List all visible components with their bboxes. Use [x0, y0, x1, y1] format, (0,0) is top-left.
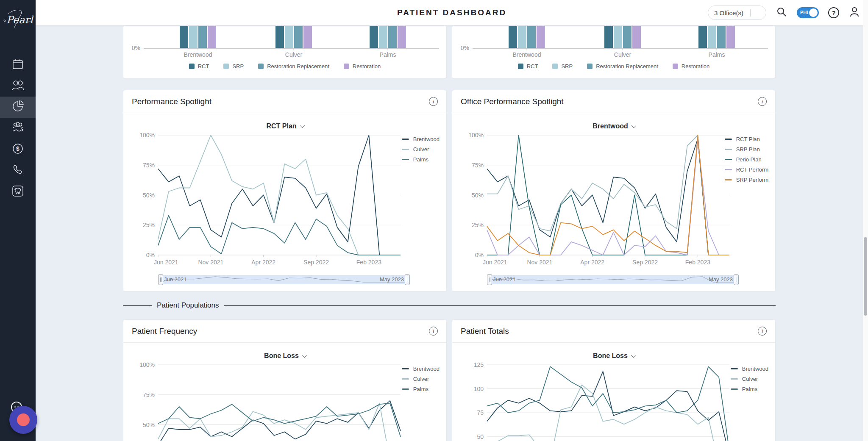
legend-label: Brentwood: [742, 366, 768, 372]
office-selector[interactable]: 3 Office(s): [708, 6, 766, 20]
legend-item[interactable]: Culver: [731, 376, 768, 382]
sidebar-item-analytics[interactable]: [0, 97, 36, 118]
svg-text:Sep 2022: Sep 2022: [632, 259, 658, 266]
sidebar-item-dental[interactable]: [0, 181, 36, 202]
legend-dash: [402, 149, 409, 150]
legend-dash: [402, 159, 409, 160]
phi-toggle-knob: [809, 8, 818, 17]
legend-item[interactable]: Palms: [731, 386, 768, 392]
office-selector-value: 3 Office(s): [714, 9, 751, 17]
chart-selector-dropdown[interactable]: Bone Loss: [452, 352, 775, 360]
card-performance-spotlight: Performance Spotlight i RCT Plan 100%75%…: [123, 90, 447, 291]
chart-selector-dropdown[interactable]: Bone Loss: [123, 352, 446, 360]
legend-label: SRP Perform: [736, 177, 768, 183]
slider-right-handle[interactable]: [405, 274, 410, 285]
logo-text: Pearl: [6, 14, 33, 26]
phi-toggle[interactable]: PHI: [797, 7, 819, 18]
svg-text:50%: 50%: [143, 192, 155, 199]
svg-text:25%: 25%: [472, 222, 484, 228]
slider-right-handle[interactable]: [734, 274, 739, 285]
bar-chart-right-legend: RCTSRPRestoration ReplacementRestoration: [452, 63, 775, 69]
svg-text:100%: 100%: [139, 361, 155, 368]
info-icon[interactable]: i: [758, 327, 767, 336]
legend-item[interactable]: RCT Plan: [725, 136, 768, 142]
header-controls: 3 Office(s) PHI ?: [708, 6, 860, 20]
patient-populations-row: Patient Frequency i Bone Loss 100%75%50%…: [123, 319, 776, 441]
legend-item[interactable]: RCT Perform: [725, 166, 768, 173]
slider-end-label: May 2023: [709, 276, 733, 283]
legend-item[interactable]: SRP: [552, 63, 573, 69]
svg-text:0%: 0%: [475, 252, 484, 258]
legend-dash: [725, 149, 732, 150]
profile-icon: [849, 6, 860, 19]
info-icon[interactable]: i: [429, 97, 438, 106]
legend-item[interactable]: RCT: [189, 63, 209, 69]
chevron-down-icon: [631, 353, 636, 358]
help-button[interactable]: ?: [828, 7, 839, 18]
legend-label: RCT: [527, 63, 538, 69]
legend-item[interactable]: SRP: [223, 63, 244, 69]
chart-selector-value: RCT Plan: [266, 122, 296, 130]
vertical-scrollbar[interactable]: [863, 0, 868, 441]
bar-chart-right: 0%BrentwoodCulverPalms: [452, 26, 776, 59]
chart-legend: BrentwoodCulverPalms: [402, 366, 440, 392]
legend-item[interactable]: SRP Plan: [725, 146, 768, 153]
patient-dashboard-app: Pearl: [0, 0, 868, 441]
legend-item[interactable]: Brentwood: [731, 366, 768, 372]
legend-item[interactable]: Restoration: [673, 63, 709, 69]
chart-selector-dropdown[interactable]: Brentwood: [452, 122, 775, 130]
legend-item[interactable]: Culver: [402, 376, 440, 382]
patient-totals-chart: 1251007550250Jun 2021Nov 2021Apr 2022Sep…: [461, 360, 740, 441]
profile-button[interactable]: [849, 7, 860, 19]
chevron-down-icon: [302, 353, 307, 358]
calendar-icon: [11, 58, 24, 72]
slider-track[interactable]: [491, 275, 734, 284]
legend-item[interactable]: Restoration Replacement: [258, 63, 329, 69]
sidebar-item-financials[interactable]: $: [0, 139, 36, 160]
svg-text:50%: 50%: [143, 422, 155, 428]
svg-text:Palms: Palms: [380, 51, 396, 58]
legend-dash: [725, 169, 732, 170]
legend-item[interactable]: Perio Plan: [725, 156, 768, 163]
slider-left-handle[interactable]: [487, 274, 492, 285]
date-range-slider[interactable]: Jun 2021 May 2023: [158, 275, 410, 284]
legend-item[interactable]: Brentwood: [402, 366, 440, 372]
sidebar-item-calls[interactable]: [0, 160, 36, 181]
legend-item[interactable]: RCT: [518, 63, 538, 69]
legend-dash: [402, 388, 409, 390]
chart-selector-dropdown[interactable]: RCT Plan: [123, 122, 446, 130]
svg-text:Nov 2021: Nov 2021: [527, 259, 552, 266]
slider-left-handle[interactable]: [158, 274, 163, 285]
legend-item[interactable]: Restoration: [344, 63, 381, 69]
info-icon[interactable]: i: [758, 97, 767, 106]
svg-text:$: $: [16, 145, 19, 152]
legend-swatch: [673, 64, 678, 69]
date-range-slider[interactable]: Jun 2021 May 2023: [487, 275, 739, 284]
search-button[interactable]: [776, 7, 787, 19]
phi-toggle-label: PHI: [800, 10, 808, 15]
sidebar-item-schedule[interactable]: [0, 54, 36, 75]
slider-track[interactable]: [162, 275, 406, 284]
sidebar-item-patients[interactable]: [0, 75, 36, 97]
legend-label: SRP: [561, 63, 573, 69]
legend-item[interactable]: SRP Perform: [725, 177, 768, 183]
legend-item[interactable]: Palms: [402, 386, 440, 392]
svg-text:50: 50: [477, 433, 484, 440]
info-icon[interactable]: i: [429, 327, 438, 336]
chevron-down-icon: [300, 123, 304, 128]
legend-item[interactable]: Palms: [402, 156, 440, 163]
team-trend-icon: [11, 121, 25, 136]
legend-label: Restoration: [682, 63, 709, 69]
legend-item[interactable]: Culver: [402, 146, 440, 153]
legend-dash: [731, 388, 738, 390]
scrollbar-thumb[interactable]: [864, 237, 867, 316]
legend-label: SRP Plan: [736, 146, 760, 153]
legend-item[interactable]: Restoration Replacement: [587, 63, 658, 69]
legend-item[interactable]: Brentwood: [402, 136, 440, 142]
legend-label: Palms: [413, 386, 428, 392]
svg-text:Apr 2022: Apr 2022: [251, 259, 275, 266]
card-patient-frequency: Patient Frequency i Bone Loss 100%75%50%…: [123, 319, 447, 441]
chat-widget-button[interactable]: [9, 406, 37, 434]
patients-icon: [11, 79, 25, 93]
sidebar-item-team-performance[interactable]: [0, 118, 36, 139]
